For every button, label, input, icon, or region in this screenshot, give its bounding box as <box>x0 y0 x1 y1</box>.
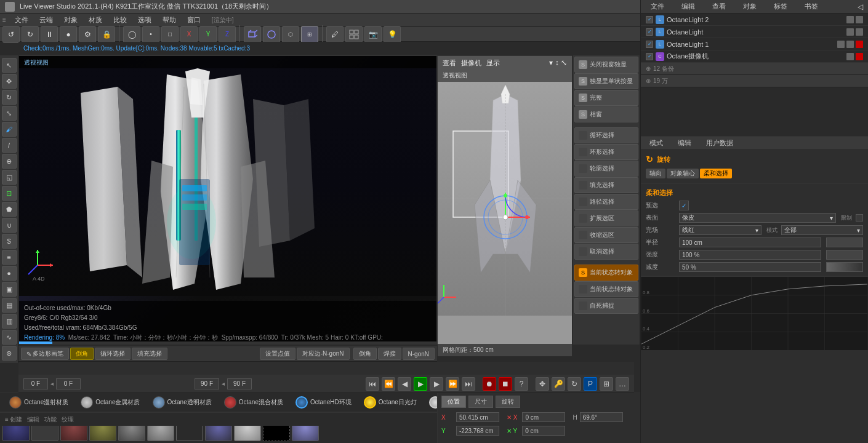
help-btn[interactable]: ? <box>515 377 528 391</box>
tool-brush[interactable]: 🖌 <box>2 122 17 137</box>
more-btn[interactable]: … <box>616 377 629 391</box>
tool-circle[interactable]: ◯ <box>123 26 140 43</box>
mesh-extra-1[interactable]: 倒角 <box>353 348 377 360</box>
bi-filter[interactable]: 纹理 <box>62 415 74 424</box>
tool-undo[interactable]: ↺ <box>2 26 20 43</box>
tree-item-octanelight[interactable]: ✓ L OctaneLight <box>641 26 868 38</box>
tool-polygon[interactable]: ⬟ <box>2 202 17 217</box>
tool-state-to-obj[interactable]: S 当前状态转对象 <box>574 265 638 281</box>
mat-octane-transparent[interactable]: Octane透明材质 <box>148 394 216 410</box>
mesh-tool-polydraw[interactable]: ✎ 多边形画笔 <box>21 348 69 360</box>
tool-deselect[interactable]: 取消选择 <box>574 244 638 260</box>
menu-help[interactable]: 帮助 <box>158 14 181 26</box>
coords-tab-pos[interactable]: 位置 <box>441 396 466 408</box>
tool-move[interactable]: ✥ <box>2 74 17 89</box>
menu-object[interactable]: 对象 <box>59 14 82 26</box>
tree-check-2[interactable]: ✓ <box>646 28 653 36</box>
mode-dropdown[interactable]: 全部 ▾ <box>781 225 864 235</box>
tree-check-1[interactable]: ✓ <box>646 16 653 23</box>
record2-btn[interactable]: ⏹ <box>499 377 512 391</box>
bi-edit[interactable]: 编辑 <box>27 415 39 424</box>
tool-edge[interactable]: ▤ <box>2 298 17 313</box>
tool-state-to-obj2[interactable]: 当前状态转对象 <box>574 281 638 297</box>
rot-btn[interactable]: ↻ <box>568 377 581 391</box>
mesh-tool-fillsel[interactable]: 填充选择 <box>132 348 167 360</box>
menu-file[interactable]: 文件 <box>10 14 33 26</box>
end-frame-input2[interactable] <box>227 378 252 389</box>
visibility-icon[interactable] <box>846 16 854 23</box>
lock-icon-2[interactable] <box>856 28 863 36</box>
tool-scale[interactable]: ⤡ <box>2 106 17 121</box>
rp-menu-edit[interactable]: 编辑 <box>677 1 700 12</box>
tool-ring-sel[interactable]: 环形选择 <box>574 144 638 160</box>
visibility-icon-4[interactable] <box>846 53 854 60</box>
divider-expand-2[interactable]: ⊕ <box>646 78 651 84</box>
mesh-tool-bevel[interactable]: 倒角 <box>70 348 94 360</box>
tool-y-axis[interactable]: Y <box>199 26 217 43</box>
right-viewport-menu-cam[interactable]: 摄像机 <box>461 58 481 68</box>
tool-loop[interactable]: ⊡ <box>2 186 17 201</box>
mesh-tool-ngon[interactable]: 对应边-N-gonN <box>297 348 350 360</box>
play-btn[interactable]: ▶ <box>414 377 427 391</box>
tool-square[interactable]: □ <box>161 26 179 43</box>
divider-expand-1[interactable]: ⊕ <box>646 65 651 72</box>
rp-menu-view[interactable]: 查看 <box>707 1 731 12</box>
lock-icon-3[interactable] <box>846 41 854 48</box>
right-viewport-menu-disp[interactable]: 显示 <box>486 58 500 68</box>
tool-grid[interactable] <box>345 26 363 43</box>
tool-x-axis[interactable]: X <box>180 26 198 43</box>
tool-pause[interactable]: ⏸ <box>41 26 58 43</box>
record-btn[interactable]: ⏺ <box>483 377 496 391</box>
tool-light[interactable]: 💡 <box>384 26 401 43</box>
tool-align[interactable]: ≡ <box>2 250 17 265</box>
y-pos-input[interactable] <box>456 426 499 436</box>
x-pos-input[interactable] <box>456 412 499 422</box>
tool-vertex[interactable]: ▣ <box>2 282 17 297</box>
end-frame-input1[interactable] <box>195 378 219 389</box>
tool-cylinder[interactable]: ⬡ <box>282 26 299 43</box>
y-rot-input[interactable] <box>522 426 565 436</box>
tool-close-solo[interactable]: S 关闭视窗独显 <box>574 57 638 73</box>
tool-knife[interactable]: / <box>2 138 17 153</box>
tool-sculpt[interactable]: ⊛ <box>2 346 17 361</box>
mesh-tool-loopsel[interactable]: 循环选择 <box>95 348 131 360</box>
strength-input[interactable] <box>679 250 821 260</box>
tool-snap-dead[interactable]: 自死捕捉 <box>574 298 638 314</box>
goto-end-btn[interactable]: ⏭ <box>462 377 475 391</box>
tool-path-sel[interactable]: 路径选择 <box>574 194 638 210</box>
tree-item-octanecam[interactable]: ✓ C Octane摄像机 <box>641 50 868 63</box>
prev-btn[interactable]: ◀ <box>398 377 411 391</box>
falloff-slider[interactable] <box>826 262 863 272</box>
tree-check-3[interactable]: ✓ <box>646 41 653 48</box>
tool-dot[interactable]: • <box>142 26 159 43</box>
visibility-icon-2[interactable] <box>846 28 854 36</box>
tool-grow-sel[interactable]: 扩展选区 <box>574 210 638 226</box>
tool-settings[interactable]: ⚙ <box>79 26 96 43</box>
tool-magnet[interactable]: ∪ <box>2 218 17 233</box>
tool-loop-sel[interactable]: 循环选择 <box>574 127 638 143</box>
strength-slider[interactable] <box>826 250 863 260</box>
grid-btn[interactable]: ⊞ <box>600 377 613 391</box>
surface-dropdown[interactable]: 像皮 ▾ <box>679 213 836 223</box>
x-rot-input[interactable] <box>522 412 565 422</box>
coords-tab-size[interactable]: 尺寸 <box>468 396 493 408</box>
h-input[interactable] <box>580 412 623 422</box>
mesh-tool-setpoint[interactable]: 设置点值 <box>260 348 295 360</box>
radius-input[interactable] <box>679 237 821 247</box>
goto-start-btn[interactable]: ⏮ <box>366 377 379 391</box>
tool-cube[interactable] <box>244 26 261 43</box>
active-icon-4[interactable] <box>856 53 863 60</box>
rp-menu-file[interactable]: 文件 <box>646 1 669 12</box>
menu-options[interactable]: 选项 <box>133 14 156 26</box>
next-btn[interactable]: ▶ <box>430 377 443 391</box>
bi-func[interactable]: 功能 <box>44 415 57 424</box>
menu-material[interactable]: 材质 <box>84 14 107 26</box>
limit-checkbox[interactable] <box>856 214 863 222</box>
tool-select[interactable]: ↖ <box>2 58 17 73</box>
mesh-extra-3[interactable]: N-gonN <box>403 348 435 360</box>
mode-tab-axis[interactable]: 轴向 <box>646 169 665 178</box>
mat-octane-daylight[interactable]: Octane日光灯 <box>360 394 421 410</box>
current-frame-input[interactable] <box>23 378 48 389</box>
tool-z-axis[interactable]: Z <box>219 26 236 43</box>
tool-lock[interactable]: 🔒 <box>98 26 115 43</box>
